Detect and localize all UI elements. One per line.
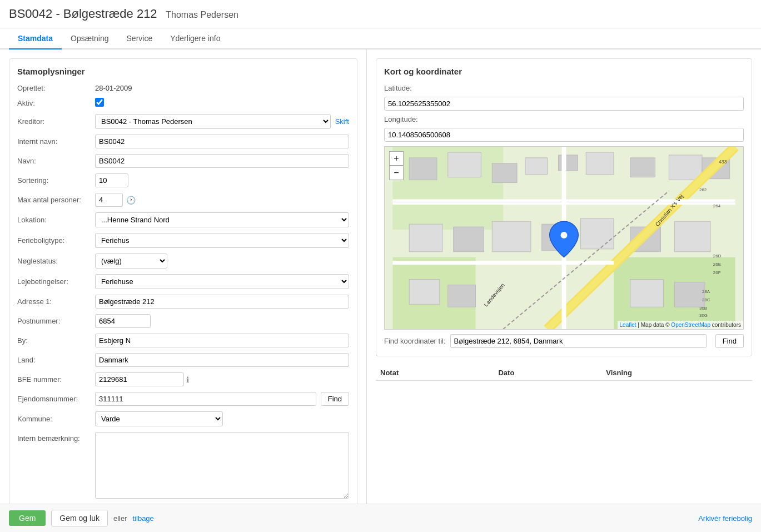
kort-title: Kort og koordinater: [384, 67, 744, 76]
noglestatus-select[interactable]: (vælg): [95, 253, 167, 269]
stamoplysninger-title: Stamoplysninger: [17, 67, 349, 76]
zoom-out-button[interactable]: −: [389, 166, 404, 180]
ejendom-input[interactable]: [95, 392, 316, 406]
gem-luk-button[interactable]: Gem og luk: [51, 510, 108, 526]
svg-rect-10: [630, 158, 655, 177]
osm-link[interactable]: OpenStreetMap: [671, 322, 710, 328]
svg-text:30G: 30G: [699, 313, 708, 318]
intern-bem-textarea[interactable]: [95, 432, 349, 499]
bfe-row: BFE nummer: ℹ: [17, 372, 349, 386]
tab-opsaetning[interactable]: Opsætning: [62, 28, 117, 49]
attribution-end: contributors: [712, 322, 741, 328]
navn-row: Navn:: [17, 154, 349, 168]
by-input[interactable]: [95, 334, 349, 347]
zoom-in-button[interactable]: +: [389, 151, 404, 166]
svg-rect-11: [669, 155, 702, 180]
internt-navn-input[interactable]: [95, 135, 349, 148]
navn-label: Navn:: [17, 157, 95, 165]
svg-point-32: [561, 232, 568, 238]
ferieboligtype-row: Ferieboligtype: Feriehus: [17, 233, 349, 248]
adresse1-control: [95, 295, 349, 309]
find-coord-label: Find koordinater til:: [384, 337, 446, 345]
clock-icon: 🕐: [126, 196, 136, 205]
svg-text:433: 433: [719, 159, 727, 165]
tilbage-link[interactable]: tilbage: [133, 514, 154, 523]
map-container[interactable]: Christian X's Vej Landevejen 433 262 264…: [384, 146, 744, 330]
leaflet-link[interactable]: Leaflet: [620, 322, 636, 328]
attribution-mid: | Map data ©: [638, 322, 671, 328]
svg-rect-8: [559, 155, 578, 171]
user-name: Thomas Pedersen: [166, 10, 238, 19]
ejendom-row: Ejendomsnummer: Find: [17, 392, 349, 406]
right-panel: Kort og koordinater Latitude: Longitude:: [367, 49, 761, 532]
gem-button[interactable]: Gem: [9, 510, 46, 526]
tab-service[interactable]: Service: [118, 28, 162, 49]
kreditor-select[interactable]: BS0042 - Thomas Pedersen: [95, 114, 331, 129]
lokation-label: Lokation:: [17, 216, 95, 224]
page-title: BS0042 - Bølgestræde 212: [9, 7, 157, 21]
map-zoom-controls: + −: [389, 151, 404, 180]
map-attribution: Leaflet | Map data © OpenStreetMap contr…: [618, 321, 743, 329]
aktiv-checkbox[interactable]: [95, 98, 104, 107]
noglestatus-label: Nøglestatus:: [17, 257, 95, 265]
land-row: Land:: [17, 353, 349, 367]
intern-bem-control: [95, 432, 349, 500]
postnummer-input[interactable]: [95, 314, 151, 328]
svg-rect-5: [448, 152, 481, 177]
svg-text:26D: 26D: [713, 253, 722, 258]
lejebetingelser-label: Lejebetingelser:: [17, 277, 95, 286]
svg-rect-7: [525, 158, 548, 175]
max-antal-control: 🕐: [95, 193, 349, 207]
ferieboligtype-control: Feriehus: [95, 233, 349, 248]
skift-button[interactable]: Skift: [335, 117, 349, 126]
ferieboligtype-select[interactable]: Feriehus: [95, 233, 349, 248]
svg-text:26E: 26E: [713, 262, 721, 267]
find-coord-input[interactable]: [450, 334, 707, 348]
arkiver-link[interactable]: Arkivér feriebolig: [698, 514, 752, 523]
kommune-label: Kommune:: [17, 415, 95, 423]
notes-section: Notat Dato Visning: [376, 365, 752, 381]
find-coord-button[interactable]: Find: [715, 334, 744, 348]
svg-text:30B: 30B: [699, 306, 707, 311]
lejebetingelser-control: Feriehuse: [95, 274, 349, 289]
kommune-row: Kommune: Varde: [17, 411, 349, 426]
svg-rect-14: [454, 227, 484, 252]
adresse1-input[interactable]: [95, 295, 349, 309]
left-panel: Stamoplysninger Oprettet: 28-01-2009 Akt…: [0, 49, 367, 532]
coord-row: Latitude: Longitude:: [384, 84, 744, 142]
lejebetingelser-select[interactable]: Feriehuse: [95, 274, 349, 289]
latitude-input[interactable]: [384, 97, 744, 111]
svg-text:26F: 26F: [713, 270, 721, 275]
longitude-input[interactable]: [384, 128, 744, 142]
sortering-label: Sortering:: [17, 176, 95, 185]
land-input[interactable]: [95, 353, 349, 367]
kreditor-label: Kreditor:: [17, 117, 95, 126]
oprettet-row: Oprettet: 28-01-2009: [17, 84, 349, 92]
navn-input[interactable]: [95, 154, 349, 168]
adresse1-row: Adresse 1:: [17, 295, 349, 309]
ejendom-label: Ejendomsnummer:: [17, 395, 95, 403]
aktiv-label: Aktiv:: [17, 99, 95, 107]
adresse1-label: Adresse 1:: [17, 297, 95, 306]
max-antal-input[interactable]: [95, 193, 123, 207]
postnummer-control: [95, 314, 349, 328]
col-visning: Visning: [601, 365, 752, 381]
max-antal-row: Max antal personer: 🕐: [17, 193, 349, 207]
sortering-input[interactable]: [95, 173, 128, 187]
kreditor-control: BS0042 - Thomas Pedersen Skift: [95, 114, 349, 129]
oprettet-label: Oprettet:: [17, 84, 95, 92]
bfe-input[interactable]: [95, 372, 184, 386]
ferieboligtype-label: Ferieboligtype:: [17, 236, 95, 245]
tab-stamdata[interactable]: Stamdata: [9, 28, 62, 49]
oprettet-value: 28-01-2009: [95, 84, 349, 92]
kommune-select[interactable]: Varde: [95, 411, 223, 426]
find-coord-row: Find koordinater til: Find: [384, 334, 744, 348]
land-control: [95, 353, 349, 367]
tab-yderligere[interactable]: Yderligere info: [161, 28, 229, 49]
lokation-select[interactable]: ...Henne Strand Nord: [95, 212, 349, 227]
ejendom-find-button[interactable]: Find: [321, 392, 349, 406]
info-icon: ℹ: [186, 375, 189, 384]
svg-text:28A: 28A: [702, 289, 710, 294]
postnummer-label: Postnummer:: [17, 317, 95, 325]
eller-text: eller: [113, 514, 127, 523]
